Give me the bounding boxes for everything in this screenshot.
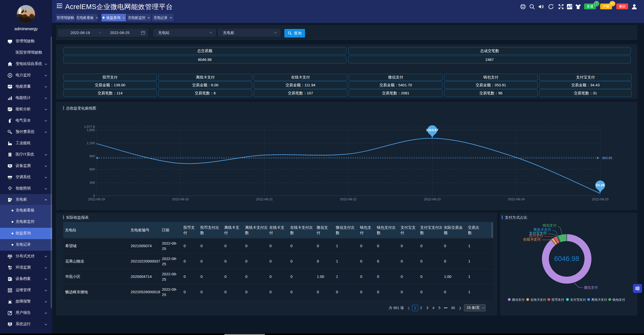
svg-text:离线卡支付: 离线卡支付 [591, 298, 607, 302]
svg-text:2022-08-21: 2022-08-21 [256, 197, 273, 201]
svg-text:2022-08-22: 2022-08-22 [340, 197, 357, 201]
svg-text:在线卡支付: 在线卡支付 [530, 298, 546, 302]
svg-text:600: 600 [89, 167, 95, 171]
svg-text:6046.98: 6046.98 [554, 255, 579, 263]
svg-text:2022-08-19: 2022-08-19 [88, 197, 105, 201]
svg-text:900: 900 [89, 154, 95, 158]
svg-text:1,500: 1,500 [87, 128, 95, 132]
svg-text:1314.67: 1314.67 [426, 128, 438, 132]
svg-text:863.85: 863.85 [602, 156, 612, 160]
svg-text:在线卡支付: 在线卡支付 [523, 237, 541, 241]
svg-text:300: 300 [89, 181, 95, 184]
svg-text:投币支付: 投币支付 [551, 298, 564, 302]
svg-text:钱包支付: 钱包支付 [612, 298, 625, 302]
svg-text:2022-08-20: 2022-08-20 [172, 197, 189, 201]
svg-text:A: A [567, 5, 570, 9]
svg-text:1,200: 1,200 [87, 141, 95, 145]
svg-text:支付宝支付: 支付宝支付 [570, 298, 586, 302]
svg-text:2022-08-25: 2022-08-25 [592, 197, 609, 201]
svg-text:53.29: 53.29 [596, 183, 604, 187]
svg-text:钱包支付: 钱包支付 [543, 223, 557, 227]
svg-text:2022-08-24: 2022-08-24 [508, 197, 525, 201]
svg-text:微信支付: 微信支付 [584, 285, 598, 289]
svg-text:微信支付: 微信支付 [512, 298, 525, 302]
svg-text:2022-08-23: 2022-08-23 [424, 197, 441, 201]
svg-text:0: 0 [93, 194, 95, 198]
